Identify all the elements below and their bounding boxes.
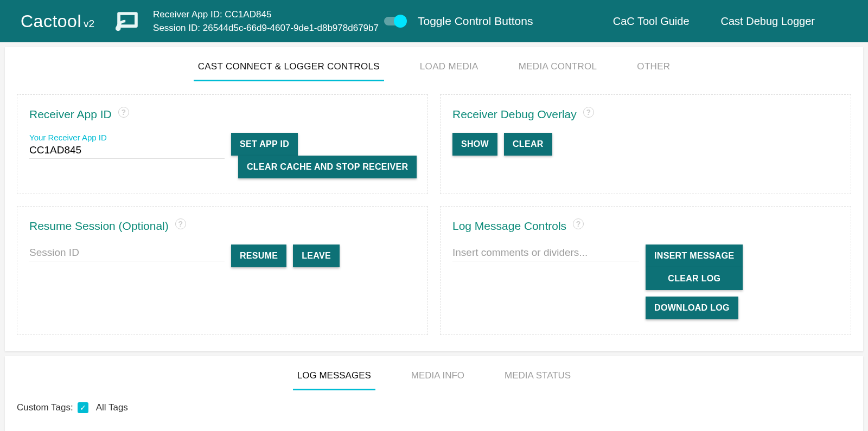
help-icon[interactable]: ? xyxy=(583,107,594,118)
link-cast-debug-logger[interactable]: Cast Debug Logger xyxy=(721,15,815,28)
tab-other[interactable]: OTHER xyxy=(633,54,674,81)
receiver-app-id-line: Receiver App ID: CC1AD845 xyxy=(153,8,379,22)
card-title: Receiver Debug Overlay xyxy=(452,108,577,121)
resume-button[interactable]: RESUME xyxy=(231,245,286,267)
card-log-controls: Log Message Controls ? INSERT MESSAGE CL… xyxy=(440,206,851,335)
card-title: Receiver App ID xyxy=(29,108,112,121)
app-header: Cactool v2 Receiver App ID: CC1AD845 Ses… xyxy=(0,0,868,42)
set-app-id-button[interactable]: SET APP ID xyxy=(231,133,298,156)
card-debug-overlay: Receiver Debug Overlay ? SHOW CLEAR xyxy=(440,94,851,194)
cast-icon[interactable] xyxy=(113,9,142,34)
tab-log-messages[interactable]: LOG MESSAGES xyxy=(293,363,375,390)
button-group: INSERT MESSAGE CLEAR LOG DOWNLOAD LOG xyxy=(646,245,839,319)
button-group: SHOW CLEAR xyxy=(452,133,839,156)
help-icon[interactable]: ? xyxy=(573,218,584,229)
button-group: RESUME LEAVE xyxy=(231,245,340,267)
toggle-label: Toggle Control Buttons xyxy=(418,15,533,28)
log-tabs: LOG MESSAGES MEDIA INFO MEDIA STATUS xyxy=(5,356,863,390)
card-body: INSERT MESSAGE CLEAR LOG DOWNLOAD LOG xyxy=(452,245,839,319)
svg-rect-1 xyxy=(119,14,136,25)
help-icon[interactable]: ? xyxy=(175,218,186,229)
card-title-row: Log Message Controls ? xyxy=(452,220,839,233)
clear-log-button[interactable]: CLEAR LOG xyxy=(646,267,743,290)
leave-button[interactable]: LEAVE xyxy=(293,245,340,267)
session-info: Receiver App ID: CC1AD845 Session ID: 26… xyxy=(153,8,379,35)
toggle-control-buttons[interactable] xyxy=(384,17,406,25)
svg-point-2 xyxy=(117,27,120,30)
link-cac-tool-guide[interactable]: CaC Tool Guide xyxy=(613,15,690,28)
cards-grid: Receiver App ID ? Your Receiver App ID S… xyxy=(5,81,863,351)
card-receiver-app-id: Receiver App ID ? Your Receiver App ID S… xyxy=(17,94,428,194)
card-body: Your Receiver App ID SET APP ID CLEAR CA… xyxy=(29,133,416,178)
log-panel: LOG MESSAGES MEDIA INFO MEDIA STATUS Cus… xyxy=(5,356,863,431)
receiver-app-id-field: Your Receiver App ID xyxy=(29,133,225,159)
receiver-app-id-input[interactable] xyxy=(29,142,225,159)
clear-overlay-button[interactable]: CLEAR xyxy=(504,133,552,156)
button-group: SET APP ID CLEAR CACHE AND STOP RECEIVER xyxy=(231,133,410,178)
logo-version: v2 xyxy=(84,18,94,30)
main-tabs: CAST CONNECT & LOGGER CONTROLS LOAD MEDI… xyxy=(5,47,863,81)
card-title-row: Receiver App ID ? xyxy=(29,108,416,121)
card-title: Resume Session (Optional) xyxy=(29,220,169,233)
card-title-row: Receiver Debug Overlay ? xyxy=(452,108,839,121)
toggle-control-buttons-group: Toggle Control Buttons xyxy=(384,15,533,28)
tab-load-media[interactable]: LOAD MEDIA xyxy=(416,54,483,81)
custom-tags-label: Custom Tags: xyxy=(17,402,73,413)
tab-media-status[interactable]: MEDIA STATUS xyxy=(500,363,575,390)
header-links: CaC Tool Guide Cast Debug Logger xyxy=(613,15,815,28)
insert-message-button[interactable]: INSERT MESSAGE xyxy=(646,245,743,267)
tab-cast-connect[interactable]: CAST CONNECT & LOGGER CONTROLS xyxy=(194,54,384,81)
download-log-button[interactable]: DOWNLOAD LOG xyxy=(646,297,738,319)
all-tags-checkbox[interactable]: ✓ xyxy=(78,402,88,413)
help-icon[interactable]: ? xyxy=(118,107,129,118)
session-id-input[interactable] xyxy=(29,245,225,261)
field-label: Your Receiver App ID xyxy=(29,133,225,142)
session-id-line: Session ID: 26544d5c-66d9-4607-9de1-d8b9… xyxy=(153,21,379,35)
log-body: Custom Tags: ✓ All Tags xyxy=(5,390,863,431)
session-id-field xyxy=(29,245,225,261)
tab-media-control[interactable]: MEDIA CONTROL xyxy=(514,54,602,81)
card-title-row: Resume Session (Optional) ? xyxy=(29,220,416,233)
app-logo: Cactool v2 xyxy=(21,11,94,31)
log-message-input[interactable] xyxy=(452,245,639,261)
clear-cache-stop-button[interactable]: CLEAR CACHE AND STOP RECEIVER xyxy=(238,156,417,178)
all-tags-label: All Tags xyxy=(96,402,128,413)
main-panel: CAST CONNECT & LOGGER CONTROLS LOAD MEDI… xyxy=(5,47,863,351)
card-title: Log Message Controls xyxy=(452,220,566,233)
tab-media-info[interactable]: MEDIA INFO xyxy=(407,363,469,390)
logo-main: Cactool xyxy=(21,11,81,31)
card-body: RESUME LEAVE xyxy=(29,245,416,267)
button-column: INSERT MESSAGE CLEAR LOG xyxy=(646,245,743,290)
card-resume-session: Resume Session (Optional) ? RESUME LEAVE xyxy=(17,206,428,335)
show-overlay-button[interactable]: SHOW xyxy=(452,133,497,156)
